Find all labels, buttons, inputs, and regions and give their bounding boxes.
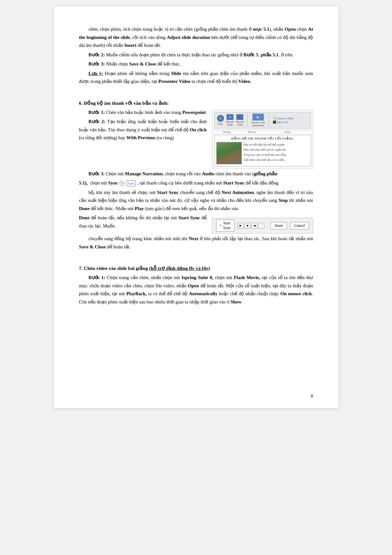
zoom-section-label: Zoom	[265, 131, 311, 134]
record-video-icon: 📹	[236, 114, 243, 120]
play-button[interactable]: ▶	[238, 223, 243, 228]
sync-label: Sync	[218, 122, 223, 125]
section7-step1: Bước 1: Chọn trang cần chèn, nhấn chọn n…	[79, 274, 313, 306]
sync-text-badge: Sync	[127, 180, 135, 186]
section6-two-col: Bước 1: Chèn văn bản hoặc hình ảnh vào t…	[79, 109, 313, 169]
record-video-label: RecordVideo	[236, 121, 244, 126]
section6-right-col: ↻ Sync 🎙 RecordAudio 📹 RecordVideo	[212, 110, 313, 169]
record-audio-icon: 🎙	[227, 114, 233, 120]
step2-paragraph: Bước 2: Muốn chỉnh sửa đoạn phim đã chèn…	[79, 51, 313, 59]
start-sync-button[interactable]: ↻ Start Sync	[216, 220, 235, 232]
preview-label: Preview withAnimations	[252, 121, 265, 127]
lyric-line-4: Gần thêm nữa thế vẫn còn xa lắm.	[244, 157, 286, 162]
toolbar-labels: Timing Preview Zoom	[214, 130, 311, 134]
lyric-line-2: Hãy trốn nhau đổi mái tóc ngắn dài	[244, 147, 286, 152]
section6-step3b: 5.1), chọn nút Sync ↻ Sync , tại thanh c…	[79, 179, 313, 187]
preview-animations-btn[interactable]: ▶ Preview withAnimations	[252, 114, 265, 127]
page-number: 8	[311, 394, 313, 399]
toolbar-screenshot: ↻ Sync 🎙 RecordAudio 📹 RecordVideo	[212, 110, 313, 169]
playback-controls: ▶ ■ ◀ →	[238, 223, 264, 228]
record-audio-label: RecordAudio	[227, 121, 234, 126]
sync-button-tb[interactable]: ↻ Sync	[217, 115, 224, 125]
section6-heading: 6. Đồng bộ âm thanh với văn bản và ảnh:	[79, 100, 313, 106]
section6-step3c: bộ, khi này âm thanh sẽ chạy, nút Start …	[79, 189, 313, 213]
zoom-area: 🔍 Zoom to Slide ⬛ Show All	[273, 117, 293, 124]
start-sync-label: Start Sync	[223, 221, 231, 230]
sync-circle-icon: ↻	[120, 181, 125, 186]
screenshot-inner: Hãy sát đời đầu hãy kể đổi ngược Hãy trố…	[216, 142, 309, 164]
step3-done-area: Done để hoàn tất, nếu không ổn thì nhấn …	[79, 214, 313, 234]
main-screenshot-content: ĐỒNG BỘ ÂM THANH VỚI LỜI GIẢNG Hãy sát đ…	[214, 135, 311, 166]
forward-button[interactable]: →	[258, 223, 264, 228]
record-video-btn[interactable]: 📹 RecordVideo	[236, 114, 244, 126]
zoom-to-slide-btn[interactable]: 🔍 Zoom to Slide	[273, 117, 293, 120]
start-sync-icon: ↻	[220, 224, 222, 228]
step3-paragraph: Bước 3: Nhấn chọn Save & Close để kết th…	[79, 60, 313, 68]
done-button[interactable]: Done	[271, 222, 287, 229]
lyric-line-3: Trong say sưa em khẽ bảo anh rằng	[244, 152, 286, 157]
section6-left-col: Bước 1: Chèn văn bản hoặc hình ảnh vào t…	[79, 109, 207, 143]
timing-label: Timing	[214, 131, 240, 134]
bottom-toolbar: ↻ Start Sync ▶ ■ ◀ → Done Cancel	[212, 218, 313, 234]
preview-section-label: Preview	[240, 131, 265, 134]
rewind-button[interactable]: ◀	[252, 223, 257, 228]
note-paragraph: Lưu ý: Đoạn phim sẽ không nằm trong Slid…	[79, 70, 313, 86]
section6-step2: Bước 2: Tạo hiệu ứng xuất hiện hoặc biến…	[79, 118, 207, 142]
screenshot-lyrics: Hãy sát đời đầu hãy kể đổi ngược Hãy trố…	[244, 142, 286, 164]
step3-end-para: chuyển sang đồng bộ trang khác nhấn nút …	[79, 235, 313, 251]
screenshot-image	[216, 142, 242, 164]
step3-done-para: Done để hoàn tất, nếu không ổn thì nhấn …	[79, 214, 207, 230]
toolbar-area: ↻ Sync 🎙 RecordAudio 📹 RecordVideo	[214, 112, 311, 128]
show-all-btn[interactable]: ⬛ Show All	[273, 121, 293, 124]
divider1	[247, 114, 248, 127]
section6-step1: Bước 1: Chèn văn bản hoặc hình ảnh vào t…	[79, 109, 207, 117]
screenshot-title: ĐỒNG BỘ ÂM THANH VỚI LỜI GIẢNG	[216, 137, 309, 140]
section7-heading: 7. Chèn video vào slide bài giảng (hỗ tr…	[79, 265, 313, 271]
intro-paragraph: chèn, chọn phim, tích chọn trang hoặc vị…	[79, 25, 313, 50]
lyric-line-1: Hãy sát đời đầu hãy kể đổi ngược	[244, 142, 286, 147]
step3-done-right: ↻ Start Sync ▶ ■ ◀ → Done Cancel	[212, 215, 313, 234]
stop-button[interactable]: ■	[245, 223, 250, 228]
record-audio-btn[interactable]: 🎙 RecordAudio	[227, 114, 234, 126]
step3-done-left: Done để hoàn tất, nếu không ổn thì nhấn …	[79, 214, 207, 231]
page: chèn, chọn phim, tích chọn trang hoặc vị…	[54, 6, 339, 408]
preview-icon: ▶	[252, 114, 264, 121]
sync-icon: ↻	[217, 115, 224, 122]
section6-step3a: Bước 3. Chọn nút Manage Narration, chọn …	[79, 170, 313, 178]
divider2	[269, 114, 269, 127]
cancel-button[interactable]: Cancel	[290, 222, 309, 229]
